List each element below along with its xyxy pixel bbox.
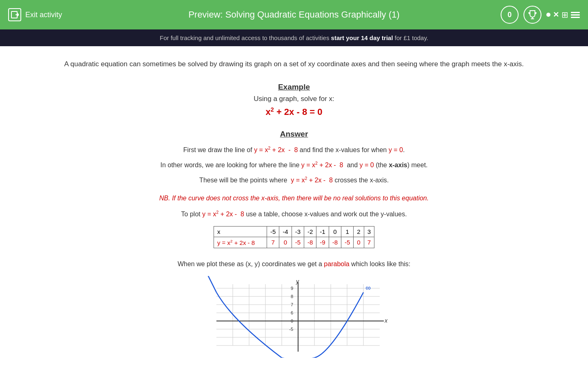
- svg-text:8: 8: [291, 294, 293, 299]
- table-row-y: y = x2 + 2x - 8 7 0 -5 -8 -9 -8 -5 0 7: [214, 237, 374, 248]
- x-val-2: -4: [279, 226, 292, 237]
- example-subtext: Using a graph, solve for x:: [33, 95, 555, 103]
- example-heading: Example: [33, 83, 555, 92]
- line1-end: .: [403, 146, 405, 153]
- page-title: Preview: Solving Quadratic Equations Gra…: [188, 9, 399, 20]
- line2-after: (the x-axis) meet.: [376, 162, 428, 168]
- svg-text:9: 9: [291, 286, 293, 291]
- banner-text-before: For full tracking and unlimited access t…: [160, 34, 331, 41]
- x-val-6: 0: [329, 226, 341, 237]
- svg-text:6: 6: [291, 310, 293, 315]
- corner-x-icon: ✕: [553, 10, 559, 19]
- nb-text: NB. If the curve does not cross the x-ax…: [33, 195, 555, 202]
- intro-paragraph: A quadratic equation can sometimes be so…: [33, 58, 555, 70]
- svg-text:y: y: [296, 278, 299, 285]
- line2-y: y = 0: [360, 162, 374, 168]
- parabola-before: When we plot these as (x, y) coordinates…: [178, 260, 322, 267]
- line2-eq: y = x2 + 2x - 8: [301, 162, 343, 168]
- y-val-5: -9: [316, 237, 329, 248]
- line3-before: These will be the points where: [199, 177, 287, 184]
- corner-puzzle-icon: ⊞: [561, 10, 568, 20]
- svg-text:∞: ∞: [365, 284, 371, 292]
- values-table-wrapper: x -5 -4 -3 -2 -1 0 1 2 3 y = x2 + 2x - 8…: [33, 226, 555, 248]
- plot-before: To plot: [181, 211, 200, 218]
- x-val-5: -1: [316, 226, 329, 237]
- x-val-7: 1: [341, 226, 354, 237]
- parabola-after: which looks like this:: [351, 260, 410, 267]
- plot-text: To plot y = x2 + 2x - 8 use a table, cho…: [33, 210, 555, 218]
- line1-before: First we draw the line of: [183, 146, 252, 153]
- y-val-1: 7: [267, 237, 279, 248]
- x-val-9: 3: [364, 226, 374, 237]
- header-right: 0 ✕ ⊞: [501, 6, 580, 24]
- x-val-1: -5: [267, 226, 279, 237]
- parabola-word: parabola: [324, 260, 349, 267]
- score-value: 0: [508, 11, 512, 19]
- y-val-8: 0: [354, 237, 364, 248]
- line1-eq: y = x2 + 2x - 8: [254, 146, 298, 153]
- parabola-text: When we plot these as (x, y) coordinates…: [33, 260, 555, 268]
- exit-icon: [8, 8, 21, 21]
- y-val-3: -5: [292, 237, 304, 248]
- line2-and: and: [347, 162, 358, 168]
- exit-button[interactable]: Exit activity: [8, 8, 62, 21]
- main-content: A quadratic equation can sometimes be so…: [0, 46, 588, 368]
- example-section: Example Using a graph, solve for x: x2 +…: [33, 83, 555, 117]
- header: Exit activity Preview: Solving Quadratic…: [0, 0, 588, 29]
- y-val-2: 0: [279, 237, 292, 248]
- graph-container: y x 9 8 7 6 0 -5 ∞: [33, 276, 555, 358]
- x-label: x: [214, 226, 267, 237]
- corner-icons: ✕ ⊞: [546, 10, 580, 20]
- svg-text:x: x: [384, 317, 388, 324]
- corner-dot-icon: [546, 13, 550, 17]
- exit-label: Exit activity: [25, 11, 62, 19]
- trophy-button[interactable]: [523, 6, 541, 24]
- banner-cta[interactable]: start your 14 day trial: [331, 34, 393, 41]
- plot-eq: y = x2 + 2x - 8: [202, 211, 244, 218]
- x-val-8: 2: [354, 226, 364, 237]
- line1-after: and find the x-values for when: [300, 146, 387, 153]
- svg-text:-5: -5: [289, 327, 293, 332]
- parabola-graph: y x 9 8 7 6 0 -5 ∞: [200, 276, 388, 358]
- line3-eq: y = x2 + 2x - 8: [291, 177, 333, 184]
- y-val-6: -8: [329, 237, 341, 248]
- score-badge: 0: [501, 6, 519, 24]
- svg-text:7: 7: [291, 302, 293, 307]
- answer-section: Answer First we draw the line of y = x2 …: [33, 130, 555, 218]
- line1-y: y = 0: [389, 146, 403, 153]
- values-table: x -5 -4 -3 -2 -1 0 1 2 3 y = x2 + 2x - 8…: [214, 226, 374, 248]
- line2-before: In other words, we are looking for where…: [160, 162, 300, 168]
- promo-banner: For full tracking and unlimited access t…: [0, 29, 588, 46]
- banner-text-after: for £1 today.: [393, 34, 428, 41]
- answer-heading: Answer: [33, 130, 555, 139]
- y-val-9: 7: [364, 237, 374, 248]
- plot-after: use a table, choose x-values and work ou…: [246, 211, 407, 218]
- corner-menu-icon: [571, 12, 580, 18]
- x-val-3: -3: [292, 226, 304, 237]
- svg-text:0: 0: [291, 319, 293, 323]
- line3-after: crosses the x-axis.: [334, 177, 388, 184]
- answer-line-2: In other words, we are looking for where…: [33, 159, 555, 171]
- x-val-4: -2: [304, 226, 316, 237]
- y-val-7: -5: [341, 237, 354, 248]
- answer-line-3: These will be the points where y = x2 + …: [33, 175, 555, 186]
- y-label: y = x2 + 2x - 8: [214, 237, 267, 248]
- answer-line-1: First we draw the line of y = x2 + 2x - …: [33, 144, 555, 156]
- y-val-4: -8: [304, 237, 316, 248]
- table-row-x: x -5 -4 -3 -2 -1 0 1 2 3: [214, 226, 374, 237]
- example-equation: x2 + 2x - 8 = 0: [33, 106, 555, 117]
